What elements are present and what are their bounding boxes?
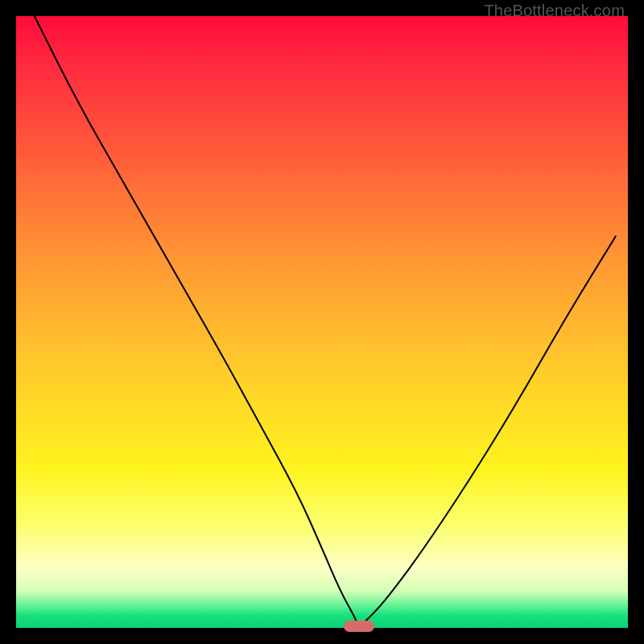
plot-area — [16, 16, 628, 628]
curve-path — [35, 16, 616, 626]
optimal-marker — [344, 621, 374, 632]
watermark-text: TheBottleneck.com — [484, 2, 625, 20]
chart-frame: TheBottleneck.com — [0, 0, 644, 644]
bottleneck-curve — [16, 16, 628, 628]
